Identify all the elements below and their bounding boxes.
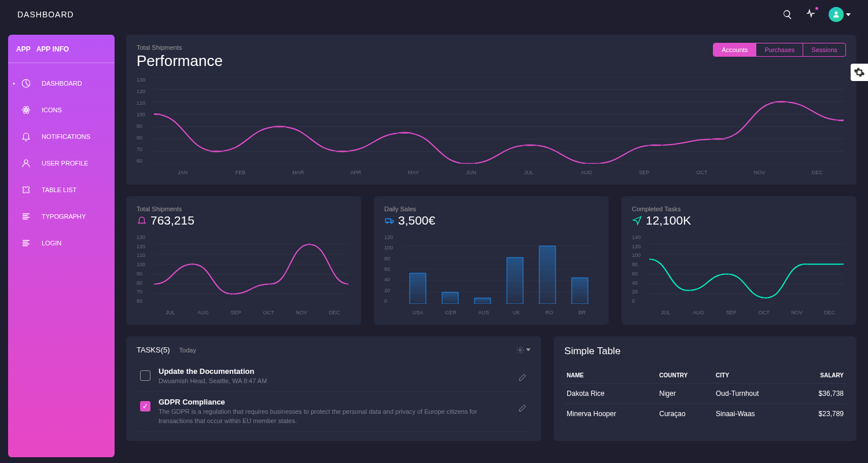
delivery-icon bbox=[384, 215, 395, 226]
chevron-down-icon bbox=[846, 13, 851, 16]
sidebar-item-icons[interactable]: ICONS bbox=[8, 97, 115, 123]
sidebar-item-login[interactable]: LOGIN bbox=[8, 230, 115, 256]
svg-point-17 bbox=[334, 150, 350, 152]
sidebar-item-dashboard[interactable]: DASHBOARD bbox=[8, 70, 115, 97]
puzzle-icon bbox=[21, 185, 31, 195]
task-title: GDPR Compliance bbox=[159, 398, 510, 406]
svg-rect-52 bbox=[507, 258, 523, 304]
svg-point-67 bbox=[803, 263, 807, 265]
task-checkbox[interactable] bbox=[140, 370, 150, 381]
sidebar-item-user-profile[interactable]: USER PROFILE bbox=[8, 150, 115, 177]
sidebar-item-label: USER PROFILE bbox=[42, 160, 89, 167]
svg-point-16 bbox=[272, 126, 287, 127]
svg-point-23 bbox=[711, 138, 726, 139]
shipments-chart: 13012011010090807060JULAUGSEPOCTNOVDEC bbox=[137, 234, 351, 315]
svg-point-40 bbox=[387, 222, 388, 223]
svg-point-38 bbox=[307, 244, 311, 245]
tasks-stat-value: 12,100K bbox=[646, 214, 691, 227]
align-icon bbox=[21, 238, 31, 248]
atom-icon bbox=[21, 105, 31, 115]
tasks-subtitle: Today bbox=[179, 347, 196, 354]
task-title: Update the Documentation bbox=[159, 367, 510, 376]
svg-point-37 bbox=[269, 283, 273, 285]
table-header: NAME bbox=[564, 368, 657, 384]
performance-chart: 13012011010090807060JANFEBMARAPRMAYJUNJU… bbox=[137, 77, 846, 175]
svg-rect-50 bbox=[442, 292, 458, 304]
sales-subtitle: Daily Sales bbox=[384, 205, 598, 212]
shipments-subtitle: Total Shipments bbox=[137, 205, 351, 212]
table-header: CITY bbox=[713, 368, 795, 384]
activity-icon[interactable] bbox=[806, 8, 816, 21]
tasks-panel: TASKS(5) Today Update the Documentation … bbox=[126, 336, 541, 441]
gear-icon bbox=[854, 67, 865, 78]
svg-point-25 bbox=[836, 119, 844, 121]
table-header: SALARY bbox=[795, 368, 846, 384]
svg-point-24 bbox=[774, 101, 789, 102]
svg-point-20 bbox=[523, 144, 538, 146]
table-row: Dakota Rice Niger Oud-Turnhout $36,738 bbox=[564, 384, 846, 404]
task-row: Update the Documentation Dwuamish Head, … bbox=[137, 361, 531, 392]
svg-point-14 bbox=[154, 113, 161, 115]
settings-fab[interactable] bbox=[851, 64, 868, 81]
sidebar-item-typography[interactable]: TYPOGRAPHY bbox=[8, 203, 115, 230]
tasks-settings[interactable] bbox=[516, 346, 531, 354]
svg-rect-53 bbox=[539, 246, 556, 304]
send-icon bbox=[632, 215, 642, 226]
performance-card: Total Shipments Performance Accounts Pur… bbox=[126, 35, 856, 185]
tab-accounts[interactable]: Accounts bbox=[713, 43, 756, 56]
tasks-title: TASKS(5) bbox=[137, 346, 170, 354]
edit-icon[interactable] bbox=[518, 373, 527, 382]
svg-point-1 bbox=[25, 109, 27, 111]
svg-point-65 bbox=[725, 273, 729, 275]
tab-purchases[interactable]: Purchases bbox=[756, 43, 803, 56]
svg-point-21 bbox=[585, 163, 600, 164]
user-menu[interactable] bbox=[829, 7, 851, 22]
sidebar-item-notifications[interactable]: NOTIFICATIONS bbox=[8, 123, 115, 150]
task-desc: Dwuamish Head, Seattle, WA 8:47 AM bbox=[159, 377, 510, 385]
search-icon[interactable] bbox=[782, 9, 793, 20]
svg-point-66 bbox=[764, 297, 768, 299]
sidebar-item-label: ICONS bbox=[42, 106, 62, 113]
svg-rect-51 bbox=[475, 298, 491, 304]
align-icon bbox=[21, 211, 31, 222]
task-checkbox[interactable] bbox=[140, 401, 150, 411]
svg-point-15 bbox=[209, 150, 224, 152]
sidebar-item-label: LOGIN bbox=[42, 240, 61, 247]
svg-point-39 bbox=[346, 283, 348, 285]
bell-icon bbox=[21, 131, 31, 142]
svg-point-34 bbox=[154, 283, 156, 285]
sidebar-item-table-list[interactable]: TABLE LIST bbox=[8, 177, 115, 203]
svg-point-41 bbox=[391, 222, 392, 223]
svg-point-22 bbox=[648, 144, 663, 146]
edit-icon[interactable] bbox=[518, 403, 527, 413]
brand-full: APP INFO bbox=[36, 45, 69, 53]
tasks-chart: 140120100806040200JULAUGSEPOCTNOVDEC bbox=[632, 234, 846, 315]
svg-point-68 bbox=[841, 263, 844, 265]
tasks-stat-card: Completed Tasks 12,100K 1401201008060402… bbox=[621, 196, 856, 325]
svg-rect-49 bbox=[410, 273, 426, 304]
task-desc: The GDPR is a regulation that requires b… bbox=[159, 407, 510, 425]
svg-point-35 bbox=[191, 263, 195, 265]
sidebar-nav: DASHBOARD ICONS NOTIFICATIONS USER PROFI… bbox=[8, 63, 115, 256]
page-title: DASHBOARD bbox=[17, 10, 74, 19]
shipments-value: 763,215 bbox=[150, 214, 194, 227]
performance-tabs: Accounts Purchases Sessions bbox=[713, 43, 846, 57]
table-card: Simple Table NAME COUNTRY CITY SALARY Da… bbox=[554, 336, 856, 441]
brand-short: APP bbox=[16, 45, 31, 53]
chevron-down-icon bbox=[526, 348, 531, 351]
pie-chart-icon bbox=[21, 78, 31, 89]
sidebar: APP APP INFO DASHBOARD ICONS NOTIFICATIO… bbox=[8, 35, 115, 457]
sidebar-item-label: TABLE LIST bbox=[42, 186, 76, 193]
svg-point-69 bbox=[520, 349, 522, 351]
svg-point-19 bbox=[460, 163, 475, 164]
svg-point-18 bbox=[397, 132, 412, 134]
table-row: Minerva Hooper Curaçao Sinaai-Waas $23,7… bbox=[564, 404, 846, 424]
sales-chart: 120100806040200USAGERAUSUKROBR bbox=[384, 234, 598, 315]
sidebar-brand: APP APP INFO bbox=[8, 45, 115, 63]
user-icon bbox=[21, 158, 31, 168]
cell-city: Sinaai-Waas bbox=[713, 404, 795, 424]
tab-sessions[interactable]: Sessions bbox=[803, 43, 845, 56]
svg-rect-54 bbox=[572, 278, 588, 304]
cell-city: Oud-Turnhout bbox=[713, 384, 795, 404]
svg-point-63 bbox=[649, 259, 652, 260]
